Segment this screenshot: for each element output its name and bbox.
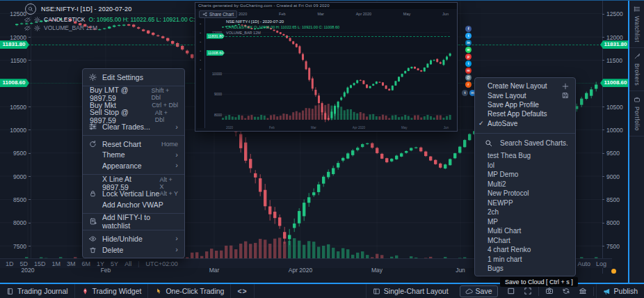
sidebar-tab-watchlist[interactable]: Watchlist: [629, 1, 644, 48]
mini-time-label: Feb: [279, 12, 285, 16]
saved-chart-item[interactable]: lol: [475, 160, 575, 170]
saved-chart-item[interactable]: 1 min chart: [475, 254, 575, 264]
menu-item-create-new-layout[interactable]: Create New Layout: [475, 81, 575, 91]
price-tick-label: 12500: [1, 10, 26, 17]
share-pinterest-icon[interactable]: p: [465, 54, 472, 60]
share-reddit-icon[interactable]: r: [465, 81, 472, 88]
saved-charts-search[interactable]: [475, 134, 575, 151]
sidebar-tab-portfolio[interactable]: Portfolio: [629, 91, 644, 136]
price-tick-label: 7500: [606, 243, 620, 250]
study-volume-row: VOLUME_BAR 12M: [24, 24, 97, 31]
price-badge: 11008.60: [600, 79, 629, 87]
range-15d-button[interactable]: 15D: [34, 260, 46, 267]
saved-chart-item[interactable]: Bugs: [475, 264, 575, 274]
drawing-tool-icon[interactable]: ▪: [200, 67, 202, 71]
save-button[interactable]: Save: [460, 285, 498, 297]
sliders-icon: [89, 123, 97, 131]
gear-icon[interactable]: [34, 17, 40, 23]
mini-time-label: Jun: [442, 12, 449, 16]
saved-chart-item[interactable]: MChart: [475, 235, 575, 245]
menu-item-x-line-at-9897-59[interactable]: X Line At 9897.59Alt + X: [83, 178, 184, 189]
mini-price-badge: 11008.60: [207, 50, 225, 56]
saved-chart-item[interactable]: MP Demo: [475, 170, 575, 180]
layout-menu: Create New LayoutSave LayoutSave App Pro…: [474, 77, 576, 276]
range-5d-button[interactable]: 5D: [20, 260, 29, 267]
eye-off-icon[interactable]: [24, 25, 31, 31]
publish-button[interactable]: Publish: [596, 284, 644, 298]
menu-item-sell-stop-9897-59[interactable]: Sell Stop @ 9897.59Alt + Dbl: [83, 111, 184, 122]
share-whatsapp-icon[interactable]: w: [465, 47, 472, 53]
menu-item-reset-chart[interactable]: Reset ChartHome: [83, 139, 184, 150]
log-toggle[interactable]: Log: [596, 260, 606, 267]
share-email-icon[interactable]: @: [465, 74, 472, 81]
price-tick-label: 10500: [1, 104, 26, 111]
eye-off-icon[interactable]: [24, 17, 31, 23]
menu-item-buy-lmt-9897-59[interactable]: Buy LMT @ 9897.59Shift + Dbl: [83, 89, 184, 100]
sync-icon: [562, 287, 570, 295]
share-linkedin-icon[interactable]: in: [465, 40, 472, 46]
saved-chart-item[interactable]: test Thea Bug: [475, 151, 575, 161]
menu-item-save-app-profile[interactable]: Save App Profile: [475, 100, 575, 109]
mini-time-label: 2020: [239, 12, 247, 16]
menu-item-lock-vertical-line[interactable]: Lock Vertical LineAlt + Y: [83, 188, 184, 199]
symbol-search-button[interactable]: [25, 3, 36, 15]
drawing-tool-icon[interactable]: ▪: [200, 58, 202, 62]
drawing-tool-icon[interactable]: ▪: [200, 40, 202, 44]
range-5y-button[interactable]: 5Y: [111, 260, 118, 267]
drawing-tool-icon[interactable]: ▪: [200, 49, 202, 53]
saved-chart-item[interactable]: 2ch: [475, 207, 575, 217]
saved-chart-item[interactable]: MP: [475, 217, 575, 226]
menu-item-appearance[interactable]: Appearance›: [83, 160, 184, 171]
drawing-tool-icon[interactable]: ▪: [200, 22, 202, 26]
mini-time-label: Apr 2020: [356, 12, 371, 16]
menu-item-theme[interactable]: Theme›: [83, 150, 184, 161]
trading-widget-button[interactable]: Trading Widget: [75, 284, 149, 298]
range-1d-button[interactable]: 1D: [6, 260, 14, 267]
sidebar-tab-brokers[interactable]: Brokers: [629, 48, 644, 91]
menu-item-add-anchor-vwap[interactable]: Add Anchor VWAP: [83, 199, 184, 210]
list-icon: [634, 6, 641, 13]
menu-item-reset-app-defaults[interactable]: Reset App Defaults: [475, 109, 575, 118]
share-twitter-icon[interactable]: t: [465, 33, 472, 39]
share-tumblr-icon[interactable]: t: [462, 90, 468, 96]
chevron-right-icon: ›: [175, 246, 178, 253]
range-1m-button[interactable]: 1M: [52, 260, 61, 267]
saved-chart-item[interactable]: NEWPP: [475, 198, 575, 207]
menu-item-hide-unhide[interactable]: Hide/Unhide›: [83, 233, 184, 244]
mini-volume-line: VOLUME_BAR 12M: [226, 31, 339, 35]
item-button[interactable]: <>: [231, 284, 254, 298]
search-input[interactable]: [499, 139, 577, 148]
saved-chart-item[interactable]: New Protocol: [475, 189, 575, 198]
one-click-trading-button[interactable]: One-Click Trading: [148, 284, 231, 298]
range-all-button[interactable]: All: [124, 260, 131, 267]
timezone-label[interactable]: UTC+02:00: [145, 260, 177, 267]
menu-item-edit-settings[interactable]: Edit Settings: [83, 72, 184, 83]
range-6m-button[interactable]: 6M: [82, 260, 91, 267]
menu-item-clear-trades[interactable]: Clear Trades...›: [83, 121, 184, 132]
saved-chart-item[interactable]: Multi Chart: [475, 226, 575, 236]
share-chart-tab[interactable]: Share Chart: [199, 10, 237, 18]
menu-item-autosave[interactable]: ✓AutoSave: [475, 119, 575, 128]
share-telegram-icon[interactable]: t: [465, 61, 472, 67]
context-menu-section: Edit Settings: [83, 69, 184, 86]
mini-symbol-overlay: NSE:NIFTY-I [1D] - 2020-07-20 CANDLESTIC…: [226, 19, 339, 35]
share-gmail-icon[interactable]: m: [465, 68, 472, 74]
saved-chart-item[interactable]: 4 chart Renko: [475, 245, 575, 255]
single-chart-layout-button[interactable]: Single-Chart Layout: [366, 284, 455, 298]
mini-time-label: May: [401, 126, 408, 130]
trading-journal-button[interactable]: Trading Journal: [0, 284, 75, 298]
gear-icon[interactable]: [34, 25, 40, 31]
briefcase-icon: [634, 96, 641, 103]
menu-item-add-nifty-i-to-watchlist[interactable]: Add NIFTY-I to watchlist: [83, 217, 184, 228]
share-chart-window[interactable]: Charts generated by GoCharting.com - Cre…: [195, 2, 458, 132]
drawing-tool-icon[interactable]: ▪: [200, 31, 202, 35]
range-3m-button[interactable]: 3M: [67, 260, 76, 267]
saved-chart-item[interactable]: Multi2: [475, 179, 575, 189]
expand-icon: [524, 287, 532, 295]
price-tick-label: 12500: [606, 10, 623, 17]
menu-item-save-layout[interactable]: Save Layout: [475, 91, 575, 100]
share-facebook-icon[interactable]: f: [465, 26, 472, 32]
range-1y-button[interactable]: 1Y: [97, 260, 104, 267]
menu-item-delete[interactable]: Delete›: [83, 244, 184, 256]
auto-toggle[interactable]: Auto: [577, 260, 590, 267]
